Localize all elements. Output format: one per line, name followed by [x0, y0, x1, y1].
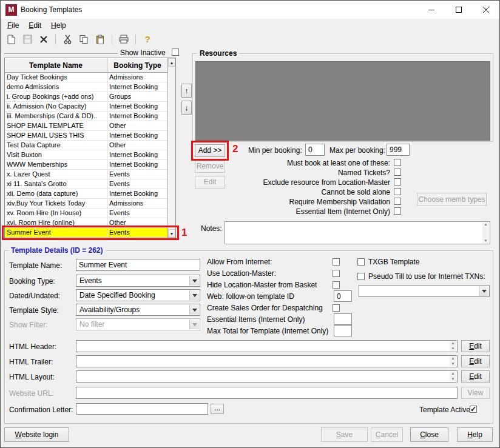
- html-layout-edit-button[interactable]: Edit: [461, 370, 490, 383]
- web-follow-on-input[interactable]: 0: [334, 290, 352, 302]
- resources-listbox[interactable]: [195, 61, 490, 141]
- pseudo-till-checkbox[interactable]: [357, 273, 365, 280]
- template-style-select[interactable]: Availability/Groups: [76, 304, 200, 316]
- field-scrollbar[interactable]: ▲▼: [450, 372, 456, 381]
- txgb-template-checkbox[interactable]: [357, 258, 365, 266]
- table-row[interactable]: SHOP EMAIL USES THIS Internet Booking: [5, 131, 167, 141]
- cell-booking-type: Other: [107, 141, 167, 150]
- cannot-be-sold-checkbox[interactable]: [394, 188, 401, 195]
- template-name-label: Template Name:: [9, 261, 62, 270]
- notes-scrollbar[interactable]: ▲▼: [482, 222, 489, 243]
- table-row[interactable]: Day Ticket Bookings Admissions: [5, 73, 167, 82]
- delete-icon[interactable]: [38, 33, 50, 45]
- close-icon: [483, 7, 489, 13]
- hide-location-master-checkbox[interactable]: [333, 281, 340, 289]
- column-header-template-name[interactable]: Template Name: [5, 58, 107, 73]
- scroll-up-icon[interactable]: ▲: [168, 58, 175, 67]
- named-tickets-checkbox[interactable]: [394, 169, 401, 176]
- resources-group-title: Resources: [197, 49, 239, 58]
- must-book-checkbox[interactable]: [394, 159, 401, 166]
- cell-booking-type: Other: [107, 121, 167, 130]
- column-header-booking-type[interactable]: Booking Type: [107, 58, 167, 73]
- chevron-down-icon[interactable]: [189, 276, 199, 286]
- essential-items-input[interactable]: [334, 313, 352, 325]
- table-row[interactable]: xv. Room Hire (In House) Events: [5, 209, 167, 218]
- move-up-button[interactable]: ↑: [181, 84, 192, 98]
- menu-file[interactable]: File: [2, 20, 24, 31]
- print-icon[interactable]: [118, 33, 130, 45]
- allow-from-internet-checkbox[interactable]: [333, 258, 340, 266]
- template-active-label: Template Active: [419, 406, 470, 414]
- chevron-down-icon[interactable]: [479, 286, 488, 296]
- copy-icon[interactable]: [78, 33, 90, 45]
- table-row[interactable]: WWW Memberships Internet Booking: [5, 160, 167, 170]
- save-button[interactable]: Save: [321, 427, 368, 442]
- essential-item-checkbox[interactable]: [394, 207, 401, 215]
- website-login-button[interactable]: Website login: [4, 427, 69, 442]
- menu-help[interactable]: Help: [46, 20, 71, 31]
- table-scrollbar[interactable]: ▲ ▼: [167, 58, 175, 238]
- table-row[interactable]: SHOP EMAIL TEMPLATE Other: [5, 121, 167, 131]
- template-active-checkbox[interactable]: [470, 406, 477, 413]
- save-icon[interactable]: [21, 33, 33, 45]
- move-down-button[interactable]: ↓: [181, 101, 192, 115]
- website-url-input[interactable]: [76, 387, 458, 399]
- new-icon[interactable]: [5, 33, 17, 45]
- template-rows: Day Ticket Bookings Admissions demo Admi…: [5, 73, 167, 238]
- show-filter-select[interactable]: No filter: [76, 318, 200, 330]
- cancel-button[interactable]: Cancel: [371, 427, 403, 442]
- dated-undated-label: Dated/Undated:: [9, 292, 60, 300]
- add-button[interactable]: Add >>: [195, 144, 225, 157]
- html-header-edit-button[interactable]: Edit: [461, 340, 490, 352]
- table-row[interactable]: xvi. Room Hire (online) Other: [5, 218, 167, 228]
- exclude-resource-checkbox[interactable]: [394, 178, 401, 186]
- max-total-input[interactable]: [334, 325, 352, 336]
- html-header-input[interactable]: ▲▼: [76, 340, 458, 352]
- pseudo-till-select[interactable]: [359, 285, 490, 297]
- max-per-booking-input[interactable]: 999: [387, 144, 410, 156]
- notes-textarea[interactable]: ▲▼: [225, 221, 490, 244]
- dated-undated-select[interactable]: Date Specified Booking: [76, 289, 200, 301]
- field-scrollbar[interactable]: ▲▼: [450, 341, 456, 351]
- minimize-button[interactable]: [417, 1, 445, 19]
- cut-icon[interactable]: [61, 33, 73, 45]
- table-row[interactable]: Test Data Capture Other: [5, 141, 167, 150]
- table-row[interactable]: xii. Demo (data capture) Internet Bookin…: [5, 189, 167, 199]
- help-button[interactable]: Help: [457, 427, 493, 442]
- paste-icon[interactable]: [94, 33, 106, 45]
- table-row[interactable]: x. Lazer Quest Events: [5, 170, 167, 179]
- scroll-down-icon[interactable]: ▼: [168, 229, 175, 238]
- table-row[interactable]: xiv.Buy Your Tickets Today Admissions: [5, 199, 167, 209]
- cell-booking-type: Events: [107, 179, 167, 189]
- booking-type-select[interactable]: Events: [76, 275, 200, 287]
- table-row[interactable]: iii. Memberships (Card & DD).. Internet …: [5, 112, 167, 121]
- table-row[interactable]: demo Admissions Internet Booking: [5, 82, 167, 92]
- table-row[interactable]: Summer Event Events: [5, 228, 167, 238]
- html-trailer-edit-button[interactable]: Edit: [461, 355, 490, 367]
- chevron-down-icon[interactable]: [189, 290, 199, 300]
- confirmation-letter-browse-button[interactable]: ...: [211, 404, 224, 414]
- use-location-master-checkbox[interactable]: [333, 270, 340, 277]
- menu-edit[interactable]: Edit: [24, 20, 46, 31]
- min-per-booking-input[interactable]: 0: [305, 144, 325, 156]
- app-icon: M: [5, 4, 17, 16]
- html-layout-input[interactable]: ▲▼: [76, 370, 458, 383]
- require-membership-checkbox[interactable]: [394, 198, 401, 205]
- table-row[interactable]: ii. Admission (No Capacity) Internet Boo…: [5, 102, 167, 112]
- html-trailer-input[interactable]: ▲▼: [76, 355, 458, 367]
- maximize-button[interactable]: [445, 1, 472, 19]
- field-scrollbar[interactable]: ▲▼: [450, 356, 456, 366]
- close-button[interactable]: [472, 1, 499, 19]
- website-url-view-button[interactable]: View: [461, 387, 490, 399]
- show-inactive-checkbox[interactable]: [172, 48, 179, 56]
- close-button-footer[interactable]: Close: [410, 427, 448, 442]
- choose-memb-types-button[interactable]: Choose memb types: [417, 193, 487, 206]
- create-sales-order-checkbox[interactable]: [333, 304, 340, 312]
- confirmation-letter-input[interactable]: [76, 403, 208, 415]
- template-name-input[interactable]: Summer Event: [76, 259, 200, 271]
- table-row[interactable]: i. Group Bookings (+add ons) Groups: [5, 92, 167, 102]
- help-icon[interactable]: ?: [141, 33, 154, 45]
- table-row[interactable]: Visit Buxton Internet Booking: [5, 150, 167, 160]
- table-row[interactable]: xi 11. Santa's Grotto Events: [5, 179, 167, 189]
- chevron-down-icon[interactable]: [189, 305, 199, 315]
